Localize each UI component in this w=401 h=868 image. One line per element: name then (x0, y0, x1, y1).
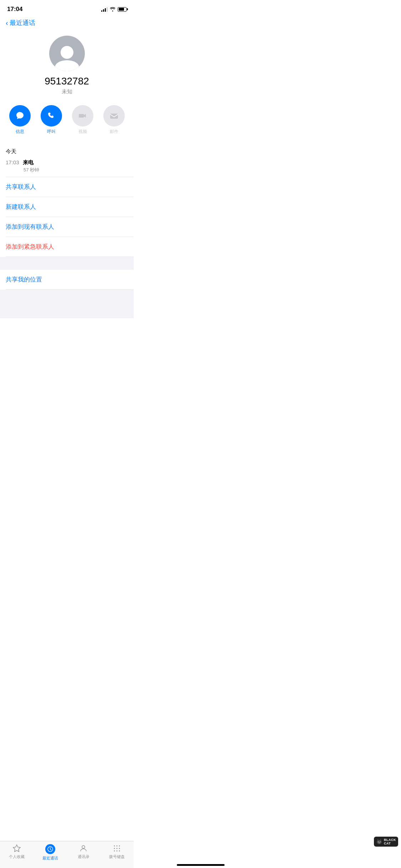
call-action-button[interactable]: 呼叫 (41, 105, 62, 135)
call-type: 来电 (23, 159, 34, 166)
mail-action-button: 邮件 (103, 105, 125, 135)
call-record: 17:03 来电 57 秒钟 (0, 157, 134, 177)
contact-label: 未知 (62, 88, 72, 95)
avatar (49, 36, 85, 71)
contact-number: 95132782 (45, 76, 89, 87)
menu-section-1: 共享联系人 新建联系人 添加到现有联系人 添加到紧急联系人 (0, 177, 134, 257)
add-emergency-button[interactable]: 添加到紧急联系人 (0, 237, 134, 257)
back-chevron-icon: ‹ (6, 19, 8, 26)
message-icon (15, 111, 25, 120)
phone-icon (47, 111, 56, 120)
status-time: 17:04 (7, 6, 22, 13)
call-action-label: 呼叫 (47, 129, 56, 135)
status-icons (101, 7, 127, 12)
call-time: 17:03 (6, 159, 19, 165)
video-action-button: 视频 (72, 105, 93, 135)
wifi-icon (110, 7, 115, 11)
action-buttons: 信息 呼叫 视频 (0, 98, 134, 138)
gray-spacer-2 (0, 290, 134, 318)
avatar-person-icon (55, 46, 79, 71)
add-to-existing-button[interactable]: 添加到现有联系人 (0, 217, 134, 237)
avatar-section: 95132782 未知 (0, 30, 134, 98)
back-label: 最近通话 (10, 19, 35, 27)
call-duration: 57 秒钟 (6, 167, 128, 173)
status-bar: 17:04 (0, 0, 134, 16)
svg-rect-0 (110, 114, 118, 119)
share-contact-button[interactable]: 共享联系人 (0, 177, 134, 197)
message-action-button[interactable]: 信息 (9, 105, 31, 135)
video-action-label: 视频 (78, 129, 87, 135)
battery-icon (118, 7, 127, 12)
mail-action-label: 邮件 (110, 129, 118, 135)
signal-icon (101, 7, 108, 12)
gray-spacer-1 (0, 257, 134, 270)
message-action-label: 信息 (16, 129, 24, 135)
share-location-button[interactable]: 共享我的位置 (0, 270, 134, 289)
mail-icon (109, 111, 119, 120)
new-contact-button[interactable]: 新建联系人 (0, 197, 134, 217)
video-icon (78, 111, 87, 120)
back-button[interactable]: ‹ 最近通话 (0, 16, 134, 30)
menu-section-2: 共享我的位置 (0, 270, 134, 290)
call-history-date: 今天 (0, 143, 134, 157)
